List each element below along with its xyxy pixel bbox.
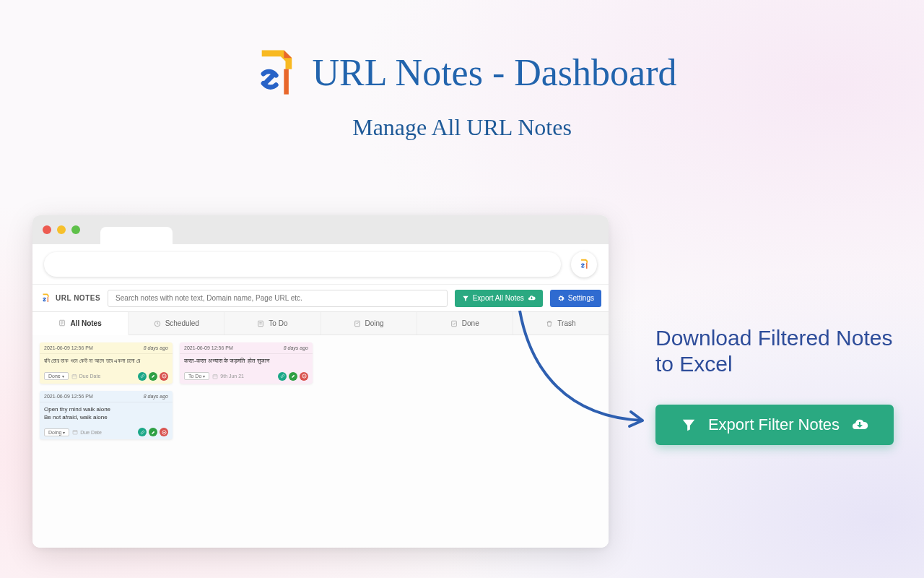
maximize-icon[interactable] [71, 225, 80, 234]
due-date[interactable]: Due Date [72, 429, 102, 435]
url-notes-icon [40, 293, 51, 304]
action-link-icon[interactable] [138, 428, 147, 436]
url-notes-icon [578, 258, 590, 271]
url-notes-logo-icon [248, 47, 298, 98]
browser-window: URL NOTES Export All Notes Settings All … [32, 215, 609, 548]
settings-button[interactable]: Settings [550, 290, 601, 307]
svg-rect-4 [451, 321, 456, 327]
notes-icon [58, 319, 66, 327]
close-icon[interactable] [43, 225, 51, 234]
minimize-icon[interactable] [57, 225, 66, 234]
due-date[interactable]: Due Date [71, 374, 101, 379]
action-edit-icon[interactable] [149, 372, 157, 381]
export-filter-notes-button[interactable]: Export Filter Notes [655, 405, 894, 445]
address-bar[interactable] [44, 252, 561, 277]
tab-all-notes[interactable]: All Notes [32, 312, 128, 335]
hero-title-row: URL Notes - Dashboard [0, 47, 924, 98]
export-all-notes-button[interactable]: Export All Notes [455, 290, 543, 307]
action-delete-icon[interactable] [300, 372, 308, 381]
note-card[interactable]: 2021-06-09 12:56 PM 8 days ago करत-करत अ… [180, 342, 313, 384]
tab-done[interactable]: Done [417, 312, 513, 335]
svg-rect-9 [213, 374, 217, 378]
status-pill[interactable]: To Do ▾ [184, 372, 209, 380]
status-pill[interactable]: Done ▾ [44, 372, 69, 380]
note-timestamp: 2021-06-09 12:56 PM [44, 394, 93, 399]
action-link-icon[interactable] [138, 372, 147, 381]
note-body: যদি তোর ডাক শুনে কেউ না আসে তবে একলা চলো… [40, 354, 173, 369]
note-body: करत-करत अभ्यास के जड़मति होत सुजान [180, 354, 313, 369]
filter-tabs: All Notes Scheduled To Do Doing Done Tra… [32, 312, 609, 335]
calendar-icon [212, 374, 218, 379]
svg-rect-7 [73, 431, 77, 434]
action-delete-icon[interactable] [160, 372, 168, 381]
tab-trash[interactable]: Trash [513, 312, 609, 335]
note-timestamp: 2021-06-09 12:56 PM [184, 345, 233, 350]
action-link-icon[interactable] [278, 372, 287, 381]
note-timestamp: 2021-06-09 12:56 PM [44, 345, 93, 350]
action-edit-icon[interactable] [149, 428, 157, 436]
clock-icon [154, 320, 161, 327]
tab-scheduled[interactable]: Scheduled [128, 312, 225, 335]
tab-todo[interactable]: To Do [225, 312, 321, 335]
export-callout: Download Filtered Notes to Excel Export … [655, 325, 901, 445]
dashboard-toolbar: URL NOTES Export All Notes Settings [32, 285, 609, 312]
note-age: 8 days ago [144, 345, 168, 350]
svg-rect-5 [72, 374, 77, 378]
note-age: 8 days ago [144, 394, 168, 399]
extension-button[interactable] [571, 251, 597, 277]
notes-grid: 2021-06-09 12:56 PM 8 days ago যদি তোর ড… [32, 335, 609, 548]
cloud-download-icon [528, 294, 536, 302]
note-card[interactable]: 2021-06-09 12:56 PM 8 days ago যদি তোর ড… [40, 342, 173, 384]
todo-icon [257, 320, 264, 327]
note-card[interactable]: 2021-06-09 12:56 PM 8 days ago Open thy … [40, 391, 173, 440]
tab-doing[interactable]: Doing [321, 312, 417, 335]
address-bar-row [32, 244, 609, 285]
calendar-icon [72, 429, 78, 435]
due-date[interactable]: 9th Jun 21 [212, 374, 244, 379]
note-body: Open thy mind walk alone Be not afraid, … [40, 402, 173, 426]
search-input[interactable] [108, 290, 448, 307]
traffic-lights [43, 225, 80, 234]
page-subtitle: Manage All URL Notes [0, 114, 924, 141]
trash-icon [546, 320, 553, 327]
action-edit-icon[interactable] [289, 372, 297, 381]
doing-icon [354, 320, 361, 327]
app-brand: URL NOTES [40, 293, 100, 304]
page-title: URL Notes - Dashboard [313, 51, 677, 94]
brand-label: URL NOTES [56, 294, 100, 302]
calendar-icon [71, 374, 77, 379]
done-icon [450, 320, 458, 327]
status-pill[interactable]: Doing ▾ [44, 428, 69, 436]
action-delete-icon[interactable] [160, 428, 168, 436]
svg-rect-2 [258, 321, 263, 327]
filter-icon [681, 417, 697, 433]
callout-text: Download Filtered Notes to Excel [655, 325, 901, 377]
filter-icon [462, 295, 469, 302]
browser-chrome [32, 215, 609, 244]
note-age: 8 days ago [284, 345, 308, 350]
cloud-download-icon [851, 416, 868, 434]
browser-tab[interactable] [100, 227, 173, 244]
gear-icon [557, 295, 565, 302]
